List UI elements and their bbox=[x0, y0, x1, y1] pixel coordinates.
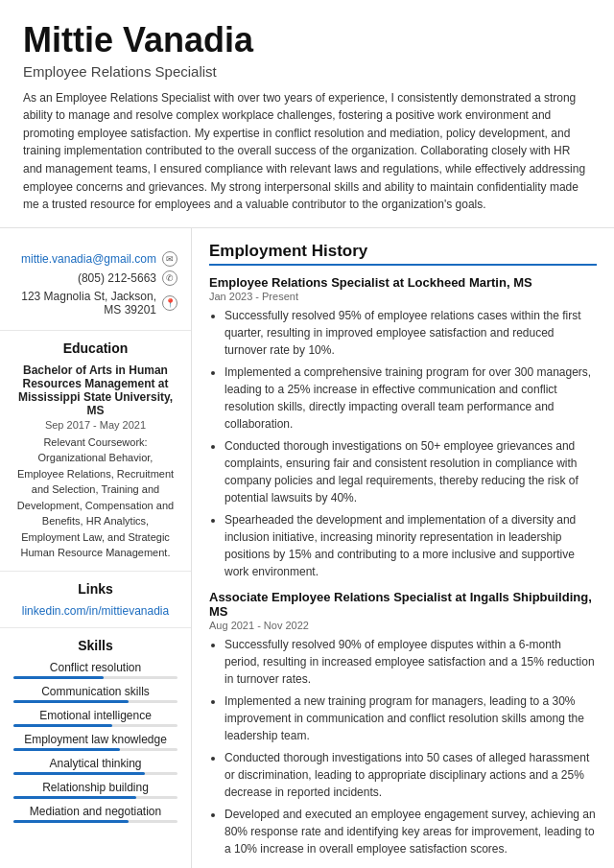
job-2-bullets: Successfully resolved 90% of employee di… bbox=[209, 636, 597, 857]
skill-bar-fill bbox=[13, 724, 112, 727]
education-degree: Bachelor of Arts in Human Resources Mana… bbox=[13, 364, 177, 417]
employment-section: Employment History Employee Relations Sp… bbox=[209, 242, 597, 857]
skill-bar bbox=[13, 724, 177, 727]
education-coursework: Relevant Coursework: Organizational Beha… bbox=[13, 434, 177, 561]
links-title: Links bbox=[13, 581, 177, 597]
skill-name: Relationship building bbox=[13, 781, 177, 794]
job-1: Employee Relations Specialist at Lockhee… bbox=[209, 275, 597, 580]
skill-bar-fill bbox=[13, 748, 120, 751]
list-item: Developed and executed an employee engag… bbox=[224, 806, 597, 857]
address-text: 123 Magnolia St, Jackson, MS 39201 bbox=[13, 290, 156, 317]
list-item: Mediation and negotiation bbox=[13, 805, 177, 823]
phone-icon: ✆ bbox=[162, 270, 177, 286]
skill-bar-fill bbox=[13, 676, 104, 679]
list-item: Conducted thorough investigations into 5… bbox=[224, 749, 597, 801]
skills-list: Conflict resolution Communication skills… bbox=[13, 661, 177, 823]
skill-bar bbox=[13, 676, 177, 679]
email-item: mittie.vanadia@gmail.com ✉ bbox=[13, 251, 177, 267]
main-content: Employment History Employee Relations Sp… bbox=[192, 228, 614, 868]
employment-title: Employment History bbox=[209, 242, 597, 266]
skill-name: Analytical thinking bbox=[13, 757, 177, 770]
skill-bar-fill bbox=[13, 796, 136, 799]
skills-section: Skills Conflict resolution Communication… bbox=[0, 628, 191, 838]
education-section: Education Bachelor of Arts in Human Reso… bbox=[0, 331, 191, 572]
skills-title: Skills bbox=[13, 638, 177, 653]
coursework-label: Relevant Coursework: bbox=[43, 436, 147, 448]
skill-name: Emotional intelligence bbox=[13, 709, 177, 722]
links-content: linkedin.com/in/mittievanadia bbox=[13, 604, 177, 618]
education-title: Education bbox=[13, 340, 177, 356]
skill-name: Communication skills bbox=[13, 685, 177, 698]
skill-bar bbox=[13, 748, 177, 751]
job-2-title: Associate Employee Relations Specialist … bbox=[209, 590, 597, 619]
skill-name: Employment law knowledge bbox=[13, 733, 177, 746]
job-1-dates: Jan 2023 - Present bbox=[209, 291, 597, 302]
education-dates: Sep 2017 - May 2021 bbox=[13, 419, 177, 431]
list-item: Analytical thinking bbox=[13, 757, 177, 775]
job-1-bullets: Successfully resolved 95% of employee re… bbox=[209, 307, 597, 580]
list-item: Successfully resolved 90% of employee di… bbox=[224, 636, 597, 688]
skill-name: Mediation and negotiation bbox=[13, 805, 177, 818]
candidate-name: Mittie Vanadia bbox=[23, 21, 591, 59]
list-item: Implemented a comprehensive training pro… bbox=[224, 364, 597, 433]
contact-section: mittie.vanadia@gmail.com ✉ (805) 212-566… bbox=[0, 242, 191, 331]
skill-bar bbox=[13, 700, 177, 703]
skill-bar bbox=[13, 796, 177, 799]
body: mittie.vanadia@gmail.com ✉ (805) 212-566… bbox=[0, 228, 614, 868]
email-icon: ✉ bbox=[162, 251, 177, 267]
location-icon: 📍 bbox=[162, 295, 177, 311]
list-item: Emotional intelligence bbox=[13, 709, 177, 727]
list-item: Implemented a new training program for m… bbox=[224, 692, 597, 744]
list-item: Conflict resolution bbox=[13, 661, 177, 679]
list-item: Communication skills bbox=[13, 685, 177, 703]
job-1-title: Employee Relations Specialist at Lockhee… bbox=[209, 275, 597, 290]
job-2: Associate Employee Relations Specialist … bbox=[209, 590, 597, 857]
job-2-dates: Aug 2021 - Nov 2022 bbox=[209, 620, 597, 631]
skill-bar-fill bbox=[13, 700, 129, 703]
sidebar: mittie.vanadia@gmail.com ✉ (805) 212-566… bbox=[0, 228, 192, 868]
address-item: 123 Magnolia St, Jackson, MS 39201 📍 bbox=[13, 290, 177, 317]
skill-bar bbox=[13, 820, 177, 823]
phone-item: (805) 212-5663 ✆ bbox=[13, 270, 177, 286]
skill-bar bbox=[13, 772, 177, 775]
list-item: Successfully resolved 95% of employee re… bbox=[224, 307, 597, 359]
skill-bar-fill bbox=[13, 820, 129, 823]
candidate-summary: As an Employee Relations Specialist with… bbox=[23, 89, 591, 214]
header: Mittie Vanadia Employee Relations Specia… bbox=[0, 0, 614, 228]
links-section: Links linkedin.com/in/mittievanadia bbox=[0, 572, 191, 628]
list-item: Spearheaded the development and implemen… bbox=[224, 511, 597, 580]
list-item: Conducted thorough investigations on 50+… bbox=[224, 437, 597, 506]
skill-name: Conflict resolution bbox=[13, 661, 177, 674]
candidate-title: Employee Relations Specialist bbox=[23, 63, 591, 80]
phone-text: (805) 212-5663 bbox=[78, 271, 156, 285]
list-item: Employment law knowledge bbox=[13, 733, 177, 751]
linkedin-link[interactable]: linkedin.com/in/mittievanadia bbox=[22, 604, 169, 618]
skill-bar-fill bbox=[13, 772, 145, 775]
email-text[interactable]: mittie.vanadia@gmail.com bbox=[21, 252, 156, 266]
coursework-text: Organizational Behavior, Employee Relati… bbox=[17, 452, 174, 558]
resume-page: Mittie Vanadia Employee Relations Specia… bbox=[0, 0, 614, 868]
list-item: Relationship building bbox=[13, 781, 177, 799]
